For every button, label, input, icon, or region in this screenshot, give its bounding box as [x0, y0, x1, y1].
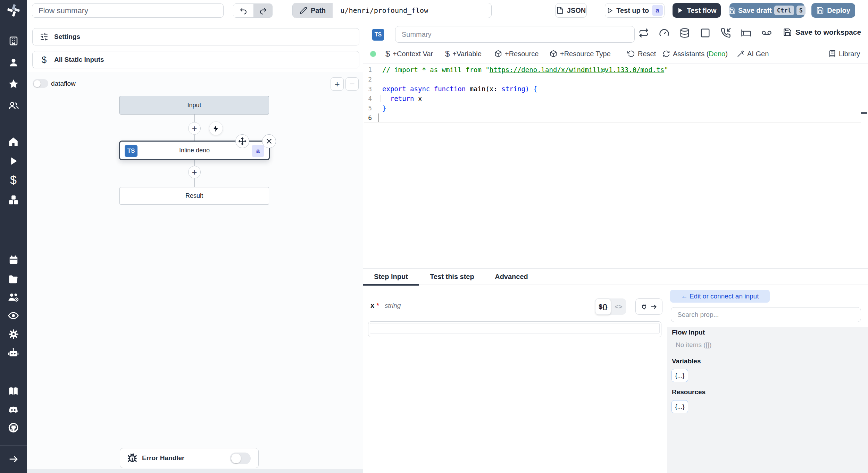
- add-context-var-button[interactable]: $ +Context Var: [385, 48, 433, 59]
- flow-settings-label: Settings: [54, 33, 80, 41]
- save-to-workspace-label: Save to workspace: [795, 28, 861, 36]
- plug-icon: [640, 303, 648, 311]
- path-edit-button[interactable]: Path: [293, 3, 333, 18]
- test-up-to-button[interactable]: Test up to a: [605, 3, 665, 18]
- save-draft-button[interactable]: Save draft Ctrl S: [729, 3, 804, 18]
- flow-settings-button[interactable]: Settings: [32, 28, 359, 45]
- resources-cubes-icon[interactable]: [0, 192, 27, 208]
- reset-icon: [627, 50, 635, 58]
- tab-step-input[interactable]: Step Input: [363, 269, 419, 285]
- connect-input-button[interactable]: [635, 298, 662, 315]
- arg-value-field[interactable]: [368, 321, 661, 337]
- reset-button[interactable]: Reset: [627, 48, 656, 59]
- package-icon: [550, 50, 557, 58]
- step-node-label: Inline deno: [179, 147, 210, 154]
- add-resource-type-button[interactable]: +Resource Type: [550, 48, 611, 59]
- delete-step-button[interactable]: [262, 134, 276, 148]
- result-node[interactable]: Result: [119, 187, 269, 205]
- plus-icon: +: [192, 167, 197, 177]
- horizontal-scrollbar-track[interactable]: [27, 469, 363, 473]
- resources-braces-button[interactable]: {...}: [671, 400, 688, 413]
- docs-book-icon[interactable]: [0, 383, 27, 399]
- save-to-workspace-button[interactable]: Save to workspace: [783, 28, 861, 37]
- sleep-bed-icon[interactable]: [741, 28, 751, 38]
- ai-robot-icon[interactable]: [0, 344, 27, 361]
- tab-advanced[interactable]: Advanced: [492, 269, 531, 285]
- tab-test-this-step[interactable]: Test this step: [428, 269, 476, 285]
- home-icon[interactable]: [0, 133, 27, 150]
- assistants-button[interactable]: Assistants (Deno): [662, 48, 728, 59]
- ai-gen-button[interactable]: AI Gen: [737, 48, 769, 59]
- suspend-phone-icon[interactable]: [720, 28, 731, 38]
- audit-eye-icon[interactable]: [0, 307, 27, 324]
- variables-dollar-icon[interactable]: $: [0, 171, 27, 188]
- collapse-arrow-icon[interactable]: [0, 451, 27, 467]
- plus-icon: +: [192, 124, 197, 134]
- wand-icon: [737, 50, 744, 58]
- github-icon[interactable]: [0, 419, 27, 436]
- json-button[interactable]: JSON: [555, 3, 587, 18]
- schedules-calendar-icon[interactable]: [0, 252, 27, 268]
- editor-panel: TS Save to workspace $ +Context Var $ +V…: [363, 21, 868, 473]
- add-step-bottom-button[interactable]: +: [188, 166, 201, 178]
- summary-input[interactable]: [395, 26, 635, 43]
- user-icon[interactable]: [0, 54, 27, 71]
- dollar-icon: $: [445, 49, 450, 59]
- variables-braces-button[interactable]: {...}: [671, 369, 688, 382]
- test-flow-button[interactable]: Test flow: [673, 3, 721, 18]
- arrow-right-icon: [650, 303, 658, 311]
- redo-button[interactable]: [253, 3, 272, 18]
- code-editor[interactable]: 1// import * as wmill from "https://deno…: [363, 63, 868, 268]
- undo-button[interactable]: [233, 3, 253, 18]
- runs-play-icon[interactable]: [0, 153, 27, 169]
- error-handler-toggle[interactable]: [230, 453, 251, 464]
- path-input[interactable]: [333, 6, 491, 15]
- step-id-badge: a: [252, 145, 264, 157]
- mock-voicemail-icon[interactable]: [761, 28, 772, 38]
- test-flow-label: Test flow: [687, 7, 716, 15]
- folders-icon[interactable]: [0, 271, 27, 287]
- workers-icon[interactable]: [0, 289, 27, 305]
- move-step-button[interactable]: [235, 134, 249, 148]
- flow-panel: Settings $ All Static Inputs dataflow + …: [27, 21, 363, 473]
- sidebar: $: [0, 0, 27, 473]
- typescript-badge: TS: [125, 145, 137, 157]
- early-stop-gauge-icon[interactable]: [659, 28, 669, 38]
- workspace-icon[interactable]: [0, 33, 27, 49]
- favorites-star-icon[interactable]: [0, 76, 27, 92]
- add-step-top-button[interactable]: +: [188, 122, 201, 135]
- dataflow-label: dataflow: [51, 80, 76, 87]
- concurrency-square-icon[interactable]: [700, 28, 710, 38]
- test-up-to-step-badge: a: [652, 5, 663, 16]
- mode-expr-button[interactable]: ${}: [595, 298, 611, 315]
- mode-code-button[interactable]: <>: [611, 303, 626, 311]
- error-handler-label: Error Handler: [142, 454, 184, 462]
- topbar: Path JSON Test up to a Test flow Save dr…: [27, 0, 868, 21]
- cache-database-icon[interactable]: [679, 28, 690, 38]
- flow-summary-input[interactable]: [32, 3, 224, 18]
- discord-icon[interactable]: [0, 401, 27, 418]
- input-node[interactable]: Input: [119, 96, 269, 115]
- step-tabs: Step Input Test this step Advanced: [363, 268, 868, 285]
- all-static-inputs-button[interactable]: $ All Static Inputs: [32, 51, 359, 68]
- retry-icon[interactable]: [639, 28, 649, 38]
- props-list: Flow Input No items ([]) Variables {...}…: [667, 327, 868, 473]
- trigger-bolt-button[interactable]: [209, 121, 223, 135]
- package-icon: [494, 50, 502, 58]
- edit-or-connect-button[interactable]: ← Edit or connect an input: [670, 290, 770, 303]
- library-button[interactable]: Library: [828, 48, 860, 59]
- import-url[interactable]: https://deno.land/x/windmill@v1.133.0/mo…: [490, 66, 664, 74]
- deploy-button[interactable]: Deploy: [811, 3, 855, 18]
- search-prop-input[interactable]: [671, 307, 861, 322]
- zoom-in-button[interactable]: +: [331, 77, 344, 91]
- input-mode-toggle: ${} <>: [595, 298, 626, 315]
- groups-icon[interactable]: [0, 98, 27, 114]
- zoom-out-button[interactable]: −: [345, 77, 359, 91]
- dataflow-toggle[interactable]: [33, 79, 48, 88]
- text-cursor: [378, 113, 378, 122]
- windmill-logo[interactable]: [0, 2, 27, 19]
- add-resource-button[interactable]: +Resource: [494, 48, 539, 59]
- settings-gear-icon[interactable]: [0, 326, 27, 343]
- error-handler[interactable]: Error Handler: [120, 448, 259, 468]
- add-variable-button[interactable]: $ +Variable: [445, 48, 482, 59]
